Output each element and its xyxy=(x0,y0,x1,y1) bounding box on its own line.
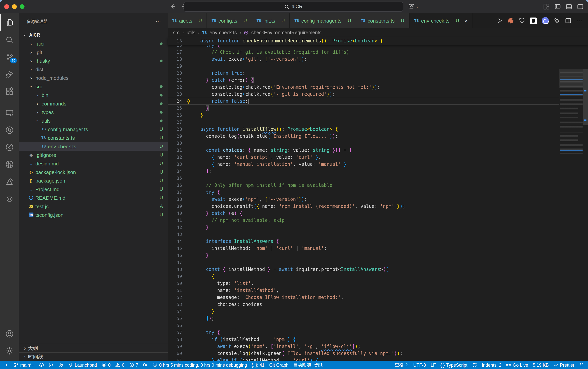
minimap[interactable] xyxy=(559,69,588,361)
customize-layout-icon[interactable] xyxy=(543,3,549,10)
command-center-search[interactable]: aiCR xyxy=(184,1,403,12)
status-notifications[interactable] xyxy=(577,361,587,369)
tree-item-.husky[interactable]: ›.husky xyxy=(19,56,168,65)
status-git-branch[interactable]: main*+ xyxy=(11,361,37,369)
status-infos[interactable]: 7 xyxy=(127,361,141,369)
status-spaces[interactable]: 空格: 2 xyxy=(392,361,411,369)
tree-item-config-manager.ts[interactable]: TSconfig-manager.tsU xyxy=(19,125,168,133)
status-go-live[interactable]: Go Live xyxy=(504,361,530,369)
tree-item-types[interactable]: ›types xyxy=(19,108,168,116)
tree-item-commands[interactable]: ›commands xyxy=(19,99,168,108)
status-language-mode[interactable]: { }TypeScript xyxy=(438,361,470,369)
status-launchpad[interactable]: Launchpad xyxy=(66,361,99,369)
extension-box-icon[interactable] xyxy=(530,17,537,24)
breadcrumb-item[interactable]: src xyxy=(173,30,179,35)
split-icon[interactable] xyxy=(565,18,571,24)
tree-item-.aicr[interactable]: ›.aicr xyxy=(19,39,168,48)
status-file-size[interactable]: 5.19 KB xyxy=(530,361,551,369)
back-icon[interactable] xyxy=(170,3,175,9)
hist-icon[interactable] xyxy=(519,18,525,24)
tree-item-.gitignore[interactable]: ◆.gitignoreU xyxy=(19,151,168,159)
minimap-slider[interactable] xyxy=(559,69,583,88)
activity-account-icon[interactable] xyxy=(0,325,19,342)
toggle-panel-icon[interactable] xyxy=(566,3,572,10)
status-eol[interactable]: LF xyxy=(428,361,438,369)
status-pet-icon[interactable] xyxy=(470,361,480,369)
status-sync-changes[interactable] xyxy=(37,361,46,369)
activity-gear-icon[interactable] xyxy=(0,342,19,359)
sticky-scroll-line[interactable]: 15async function checkEnvironmentRequire… xyxy=(168,37,588,45)
tree-item-AICR[interactable]: ›AICR xyxy=(19,31,168,39)
activity-remote-icon[interactable] xyxy=(0,104,19,122)
claude-icon[interactable] xyxy=(508,18,514,24)
breadcrumb-item[interactable]: checkEnvironmentRequirements xyxy=(251,30,321,35)
timeline-section[interactable]: ›时间线 xyxy=(19,352,168,361)
tree-item-bin[interactable]: ›bin xyxy=(19,91,168,99)
status-prettier[interactable]: Prettier xyxy=(551,361,577,369)
tree-item-node_modules[interactable]: ›node_modules xyxy=(19,73,168,82)
breadcrumb-item[interactable]: env-check.ts xyxy=(210,30,237,35)
outline-section[interactable]: ›大纲 xyxy=(19,344,168,352)
more-actions-icon[interactable]: ⋯ xyxy=(576,17,583,24)
breadcrumb-item[interactable]: utils xyxy=(187,30,195,35)
tab-init.ts[interactable]: TSinit.tsU xyxy=(252,13,290,28)
code-line-39: 39 choices.unshift({ name: 'npm install … xyxy=(168,203,588,210)
run-icon[interactable] xyxy=(496,18,502,24)
tree-item-test.js[interactable]: JStest.jsA xyxy=(19,202,168,211)
toggle-sidebar-right-icon[interactable] xyxy=(577,3,583,10)
activity-glens-icon[interactable] xyxy=(0,139,19,156)
activity-beaker-icon[interactable] xyxy=(0,173,19,190)
tree-item-.git[interactable]: ›.git xyxy=(19,48,168,56)
activity-search-icon[interactable] xyxy=(0,31,19,48)
tab-config.ts[interactable]: TSconfig.tsU xyxy=(207,13,252,28)
minimize-window-button[interactable] xyxy=(12,4,17,9)
status-rocket[interactable] xyxy=(56,361,66,369)
status-warnings[interactable]: 0 xyxy=(113,361,127,369)
status-remote-indicator[interactable] xyxy=(1,361,11,369)
activity-scm-icon[interactable]: 20 xyxy=(0,48,19,65)
activity-graphc-icon[interactable] xyxy=(0,122,19,139)
close-window-button[interactable] xyxy=(4,4,9,9)
status-encoding[interactable]: UTF-8 xyxy=(411,361,428,369)
compare-icon[interactable] xyxy=(554,18,560,24)
zoom-window-button[interactable] xyxy=(20,4,24,9)
close-icon[interactable]: × xyxy=(465,18,468,23)
breadcrumb[interactable]: src›utils›TSenv-check.ts›checkEnvironmen… xyxy=(168,28,588,37)
status-git-graph[interactable]: Git Graph xyxy=(267,361,291,369)
tree-item-utils[interactable]: ›utils xyxy=(19,116,168,125)
more-actions-icon[interactable]: ⋯ xyxy=(156,18,161,24)
tree-item-src[interactable]: ›src xyxy=(19,82,168,91)
tree-item-env-check.ts[interactable]: TSenv-check.tsU xyxy=(19,142,168,151)
scrollbar-thumb[interactable] xyxy=(583,69,588,125)
status-indents[interactable]: Indents: 2 xyxy=(480,361,504,369)
status-auto-attach[interactable]: 自动附加: 智能 xyxy=(291,361,325,369)
code-line-49: 49 { xyxy=(168,273,588,280)
line-number: 21 xyxy=(172,77,182,83)
status-symbol-count[interactable]: {..}: 41 xyxy=(249,361,267,369)
toggle-sidebar-left-icon[interactable] xyxy=(555,3,561,10)
extension-circle-icon[interactable] xyxy=(542,17,549,24)
tree-item-README.md[interactable]: ⓘREADME.mdU xyxy=(19,194,168,202)
tab-config-manager.ts[interactable]: TSconfig-manager.tsU xyxy=(290,13,356,28)
activity-robot-icon[interactable] xyxy=(0,190,19,207)
tree-item-design.md[interactable]: ↓design.mdU xyxy=(19,159,168,168)
activity-ext-icon[interactable] xyxy=(0,82,19,100)
status-code-time[interactable]: 0 hrs 5 mins coding, 0 hrs 0 mins debugg… xyxy=(150,361,249,369)
activity-debug-icon[interactable] xyxy=(0,65,19,82)
tree-item-package.json[interactable]: {}package.jsonU xyxy=(19,176,168,185)
tree-item-tsconfig.json[interactable]: TStsconfig.jsonU xyxy=(19,211,168,219)
code-editor[interactable]: 16 try {17 // Check if git is available … xyxy=(168,45,588,361)
status-debug-start[interactable] xyxy=(141,361,150,369)
status-errors[interactable]: 0 xyxy=(99,361,113,369)
tab-constants.ts[interactable]: TSconstants.tsU xyxy=(356,13,409,28)
tree-item-package-lock.json[interactable]: {}package-lock.jsonU xyxy=(19,168,168,176)
tab-env-check.ts[interactable]: TSenv-check.tsU× xyxy=(409,13,473,28)
tree-item-Project.md[interactable]: ↓Project.mdU xyxy=(19,185,168,194)
tree-item-constants.ts[interactable]: TSconstants.tsU xyxy=(19,133,168,142)
tab-aicr.ts[interactable]: TSaicr.tsU xyxy=(168,13,207,28)
activity-files-icon[interactable] xyxy=(0,14,19,31)
activity-pr-icon[interactable] xyxy=(0,156,19,173)
status-scm-graph[interactable] xyxy=(46,361,56,369)
tree-item-dist[interactable]: ›dist xyxy=(19,65,168,73)
chat-button[interactable]: ⌄ xyxy=(408,3,419,10)
